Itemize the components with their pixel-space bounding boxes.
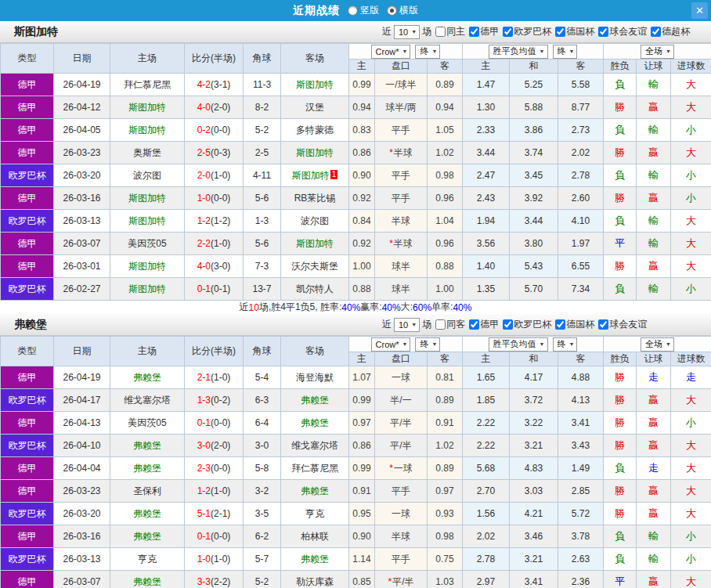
home-team: 斯图加特 bbox=[110, 96, 185, 119]
handicap-odds-home: 0.91 bbox=[349, 480, 375, 503]
result-cell: 勝 bbox=[604, 435, 637, 457]
avg-select[interactable]: 胜平负均值▼ bbox=[489, 337, 548, 352]
handicap-line: 半球 bbox=[375, 525, 428, 548]
radio-horizontal-layout[interactable]: 横版 bbox=[387, 4, 418, 17]
avg-draw-odds: 4.17 bbox=[510, 366, 558, 389]
handicap-line: *半球 bbox=[375, 233, 428, 255]
corner-score: 5-2 bbox=[244, 119, 281, 142]
corner-score: 1-3 bbox=[244, 210, 281, 233]
league-filter-label: 德国杯 bbox=[566, 25, 594, 38]
recent-results-window: 近期战绩 竖版 横版 ✕ 斯图加特近10▼场同主德甲欧罗巴杯德国杯球会友谊德超杯… bbox=[0, 0, 711, 588]
away-team-name: 海登海默 bbox=[296, 372, 334, 383]
home-team: 亨克 bbox=[110, 548, 185, 571]
league-filter-3[interactable]: 球会友谊 bbox=[598, 318, 647, 331]
match-date: 26-03-13 bbox=[54, 210, 110, 233]
match-count-select[interactable]: 10▼ bbox=[394, 25, 420, 39]
league-filter-3[interactable]: 球会友谊 bbox=[598, 25, 647, 38]
league-badge: 德甲 bbox=[1, 457, 54, 480]
avg-final-select[interactable]: 终▼ bbox=[553, 45, 578, 59]
league-checkbox[interactable] bbox=[555, 27, 565, 37]
league-filter-4[interactable]: 德超杯 bbox=[651, 25, 690, 38]
league-checkbox[interactable] bbox=[598, 319, 608, 330]
league-filter-0[interactable]: 德甲 bbox=[469, 25, 499, 38]
match-date: 26-04-10 bbox=[54, 435, 110, 457]
result-cell: 勝 bbox=[604, 412, 637, 435]
league-filter-1[interactable]: 欧罗巴杯 bbox=[503, 25, 551, 38]
home-team: 弗赖堡 bbox=[110, 435, 185, 457]
match-date: 26-03-16 bbox=[54, 187, 110, 210]
match-count-select[interactable]: 10▼ bbox=[394, 318, 420, 332]
halftime-score: (1-0) bbox=[211, 372, 230, 383]
same-venue-checkbox[interactable] bbox=[435, 319, 446, 330]
sub-header-6: 胜负 bbox=[604, 60, 637, 74]
record-summary: 近10场,胜4平1负5, 胜率:40% 赢率:40% 大:60% 单率:40% bbox=[0, 301, 711, 314]
halftime-score: (2-0) bbox=[211, 440, 230, 451]
result-cell: 勝 bbox=[604, 142, 637, 164]
league-checkbox[interactable] bbox=[555, 319, 565, 330]
match-date: 26-03-07 bbox=[54, 233, 110, 255]
handicap-odds-away: 0.91 bbox=[428, 412, 463, 435]
games-label: 场 bbox=[422, 25, 431, 38]
odds-final-select[interactable]: 终▼ bbox=[415, 45, 440, 59]
radio-vertical-layout[interactable]: 竖版 bbox=[348, 4, 379, 17]
match-score: 2-0(1-0) bbox=[185, 164, 244, 187]
odds-source-group: Crow*▼终▼ bbox=[349, 337, 463, 352]
corner-score: 5-4 bbox=[244, 366, 281, 389]
same-venue-filter[interactable]: 同主 bbox=[435, 25, 465, 38]
handicap-odds-home: 0.85 bbox=[349, 571, 375, 588]
avg-final-select[interactable]: 终▼ bbox=[553, 337, 578, 352]
league-checkbox[interactable] bbox=[503, 319, 513, 330]
league-filter-1[interactable]: 欧罗巴杯 bbox=[503, 318, 551, 331]
home-team-name: 弗赖堡 bbox=[133, 440, 161, 451]
games-label: 场 bbox=[422, 318, 431, 331]
handicap-result-cell: 輸 bbox=[637, 525, 671, 548]
league-filter-2[interactable]: 德国杯 bbox=[555, 25, 594, 38]
league-checkbox[interactable] bbox=[469, 27, 479, 37]
away-team: 斯图加特1 bbox=[281, 164, 349, 187]
handicap-result-cell: 輸 bbox=[637, 548, 671, 571]
league-badge: 德甲 bbox=[1, 525, 54, 548]
column-header-4: 角球 bbox=[244, 44, 281, 74]
avg-odds-group: 胜平负均值▼终▼ bbox=[463, 44, 604, 60]
handicap-text: 半球 bbox=[392, 531, 410, 542]
avg-final-select-value: 终 bbox=[558, 338, 566, 350]
match-row: 德甲26-04-19拜仁慕尼黑4-2(3-1)11-3斯图加特0.99一/球半0… bbox=[1, 74, 711, 96]
result-cell: 負 bbox=[604, 457, 637, 480]
goals-result-cell: 小 bbox=[671, 164, 711, 187]
dropdown-arrow-icon: ▼ bbox=[540, 49, 545, 54]
league-filter-2[interactable]: 德国杯 bbox=[555, 318, 594, 331]
league-checkbox[interactable] bbox=[651, 27, 661, 37]
avg-away-odds: 4.13 bbox=[558, 389, 604, 412]
column-header-3: 比分(半场) bbox=[185, 337, 244, 366]
same-venue-checkbox[interactable] bbox=[435, 27, 446, 37]
avg-away-odds: 8.77 bbox=[558, 96, 604, 119]
league-filter-0[interactable]: 德甲 bbox=[469, 318, 499, 331]
league-filter-label: 欧罗巴杯 bbox=[514, 25, 551, 38]
match-score: 0-2(0-0) bbox=[185, 119, 244, 142]
fulltime-select[interactable]: 全场▼ bbox=[641, 337, 674, 352]
halftime-score: (0-3) bbox=[211, 147, 230, 158]
match-row: 德甲26-03-23奥斯堡2-5(0-3)2-5斯图加特0.86*半球1.023… bbox=[1, 142, 711, 164]
same-venue-filter[interactable]: 同客 bbox=[435, 318, 465, 331]
odds-final-select[interactable]: 终▼ bbox=[415, 337, 440, 352]
handicap-line: 平/半 bbox=[375, 435, 428, 457]
sub-header-7: 让球 bbox=[637, 60, 671, 74]
league-checkbox[interactable] bbox=[503, 27, 513, 37]
avg-select[interactable]: 胜平负均值▼ bbox=[489, 45, 548, 59]
corner-score: 5-2 bbox=[244, 571, 281, 588]
avg-home-odds: 1.35 bbox=[463, 278, 510, 301]
away-team: RB莱比锡 bbox=[281, 187, 349, 210]
avg-draw-odds: 3.92 bbox=[510, 187, 558, 210]
handicap-line: 平手 bbox=[375, 480, 428, 503]
league-checkbox[interactable] bbox=[469, 319, 479, 330]
avg-away-odds: 1.97 bbox=[558, 233, 604, 255]
odds-source-select[interactable]: Crow*▼ bbox=[371, 337, 411, 352]
fulltime-score: 0-1 bbox=[197, 417, 211, 428]
close-icon[interactable]: ✕ bbox=[691, 2, 708, 19]
fulltime-select[interactable]: 全场▼ bbox=[641, 45, 674, 59]
league-checkbox[interactable] bbox=[598, 27, 608, 37]
sub-header-2: 客 bbox=[428, 352, 463, 366]
odds-source-select[interactable]: Crow*▼ bbox=[371, 45, 411, 59]
home-team-name: 奥斯堡 bbox=[133, 147, 161, 158]
handicap-result-cell: 贏 bbox=[637, 255, 671, 278]
